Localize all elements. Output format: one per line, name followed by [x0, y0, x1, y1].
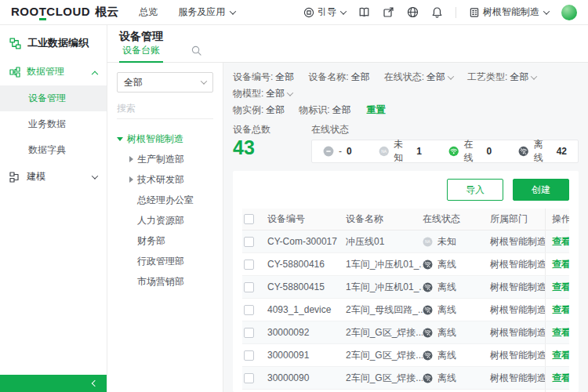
reset-filters-button[interactable]: 重置 [367, 104, 386, 115]
filter-item[interactable]: 物实例:全部 [233, 104, 285, 115]
modeling-icon [9, 172, 20, 183]
sidebar-collapse-bar[interactable] [0, 375, 107, 392]
row-checkbox[interactable] [244, 237, 254, 247]
cell-actions: 查看 ⋮ [545, 230, 569, 252]
group-filter-select[interactable]: 全部 [117, 72, 213, 93]
chevron-up-icon [92, 71, 98, 77]
chevron-down-icon [448, 73, 454, 79]
cell-device-no: CY-58800416 [267, 259, 346, 270]
view-link[interactable]: 查看 [552, 326, 569, 339]
filter-dropdown[interactable]: 物模型:全部 [233, 88, 292, 99]
nav-services-menu[interactable]: 服务及应用 [178, 5, 235, 19]
cell-department: 树根智能制造 [490, 349, 545, 362]
tree-node[interactable]: 财务部 [117, 230, 213, 251]
row-checkbox[interactable] [244, 260, 254, 270]
sidebar-item-business-data[interactable]: 业务数据 [0, 111, 107, 137]
cell-device-no: 30000092 [267, 327, 346, 338]
cell-device-name: 2车间_G区_焊接... [346, 326, 423, 339]
org-switcher[interactable]: 树根智能制造 [469, 5, 549, 19]
chevron-down-icon [543, 8, 550, 14]
cell-device-no: CY-Com-300017 [267, 236, 346, 247]
guide-button[interactable]: 引导 [303, 5, 346, 19]
cell-status: NA未知 [423, 235, 490, 249]
tree-node[interactable]: 生产制造部 [117, 149, 213, 169]
status-dash-icon [323, 146, 334, 157]
status-offline-icon [423, 350, 433, 361]
row-checkbox[interactable] [244, 373, 254, 383]
organization-icon [469, 7, 480, 18]
filter-dropdown[interactable]: 工艺类型:全部 [467, 71, 536, 82]
collapse-left-icon [92, 380, 98, 387]
view-link[interactable]: 查看 [552, 372, 569, 385]
row-checkbox[interactable] [244, 305, 254, 315]
tree-search [117, 97, 213, 119]
tree-node[interactable]: 市场营销部 [117, 271, 213, 292]
language-button[interactable] [407, 6, 419, 18]
org-tree: 树根智能制造生产制造部技术研发部总经理办公室人力资源部财务部行政管理部市场营销部 [117, 129, 213, 292]
status-offline-icon [423, 282, 433, 292]
status-unknown-icon: NA [379, 146, 389, 157]
status-offline-icon [518, 146, 528, 157]
row-checkbox[interactable] [244, 282, 254, 292]
tab-search-icon[interactable] [191, 45, 201, 62]
tree-node[interactable]: 总经理办公室 [117, 190, 213, 210]
view-link[interactable]: 查看 [552, 235, 569, 249]
sidebar-group-modeling[interactable]: 建模 [0, 163, 107, 191]
row-checkbox[interactable] [244, 328, 254, 338]
cell-device-no: 30000091 [267, 350, 346, 361]
view-link[interactable]: 查看 [552, 281, 569, 294]
sidebar-item-data-dictionary[interactable]: 数据字典 [0, 137, 107, 163]
chevron-down-icon [230, 8, 236, 14]
device-total: 设备总数 43 [233, 123, 311, 158]
select-all-checkbox[interactable] [244, 214, 254, 224]
data-fabric-icon [9, 38, 21, 49]
filter-row-2: 物实例:全部物标识:全部重置 [233, 102, 579, 118]
status-legend-dash: -0 [323, 146, 352, 157]
view-link[interactable]: 查看 [552, 258, 569, 271]
logo-text: ROOTCLOUD [11, 5, 90, 18]
filter-item[interactable]: 设备名称:全部 [308, 71, 369, 82]
cell-device-no: 30000090 [267, 372, 346, 383]
tab-device-ledger[interactable]: 设备台账 [119, 44, 163, 63]
tree-node[interactable]: 人力资源部 [117, 210, 213, 230]
header-status: 在线状态 [423, 212, 490, 226]
status-unknown-icon: NA [423, 237, 433, 247]
svg-text:NA: NA [425, 240, 431, 244]
cell-department: 树根智能制造 [490, 258, 545, 271]
tree-node[interactable]: 技术研发部 [117, 169, 213, 190]
cell-actions: 查看 ⋮ [545, 344, 569, 366]
row-checkbox[interactable] [244, 350, 254, 361]
globe-icon [407, 6, 419, 18]
tree-search-input[interactable] [117, 103, 238, 114]
page-header: 设备管理 设备台账 [107, 25, 588, 63]
filter-dropdown[interactable]: 在线状态:全部 [384, 71, 453, 82]
sidebar-item-device-management[interactable]: 设备管理 [0, 85, 107, 111]
caret-right-icon [129, 176, 133, 183]
cell-device-name: 2车间_G区_焊接... [346, 349, 423, 362]
online-status-panel: 在线状态 -0NA未知1在线0离线42 [311, 123, 579, 163]
user-avatar[interactable] [561, 5, 577, 20]
sidebar-group-data-management[interactable]: 数据管理 [0, 58, 107, 85]
filter-item[interactable]: 物标识:全部 [299, 104, 350, 115]
workspace-button[interactable] [383, 6, 394, 18]
docs-button[interactable] [358, 6, 370, 18]
table-row: 30000091 2车间_G区_焊接... 离线 树根智能制造 查看 ⋮ [242, 344, 569, 367]
header-device-no: 设备编号 [267, 212, 346, 226]
module-title: 工业数据编织 [0, 30, 107, 58]
view-link[interactable]: 查看 [552, 349, 569, 362]
notifications-button[interactable] [431, 6, 443, 18]
nav-overview[interactable]: 总览 [139, 5, 158, 19]
tree-node[interactable]: 树根智能制造 [117, 129, 213, 149]
create-button[interactable]: 创建 [513, 179, 569, 201]
rootcloud-logo[interactable]: ROOTCLOUD 根云 [11, 5, 118, 20]
device-total-count: 43 [233, 136, 311, 158]
cell-device-no: CY-58800415 [267, 281, 346, 292]
filter-item[interactable]: 设备编号:全部 [233, 71, 294, 82]
status-legend: -0NA未知1在线0离线42 [311, 140, 579, 163]
import-button[interactable]: 导入 [447, 179, 503, 201]
status-legend-unknown: NA未知1 [379, 138, 422, 165]
tree-node[interactable]: 行政管理部 [117, 251, 213, 271]
device-list-card: 导入 创建 设备编号 设备名称 在线状态 所属部门 操作 [233, 171, 579, 392]
view-link[interactable]: 查看 [552, 303, 569, 317]
page-title: 设备管理 [107, 25, 588, 45]
